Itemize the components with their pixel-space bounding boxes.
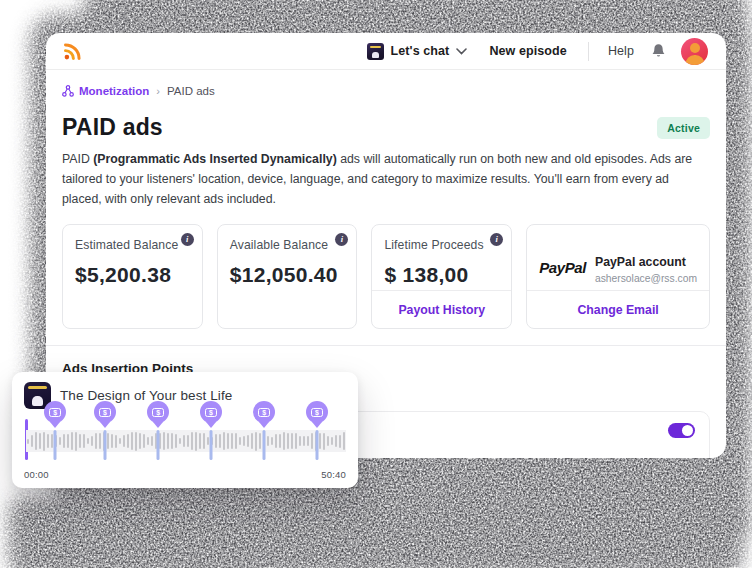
waveform-bar [179,438,181,445]
waveform-bar [243,436,245,447]
waveform-bar [335,435,337,447]
waveform-bar [83,434,85,448]
section-divider [46,345,726,346]
marker-stem [157,430,160,460]
waveform-bar [191,432,193,449]
navbar-divider [588,42,589,61]
waveform-bar [287,433,289,449]
waveform-bar [339,435,341,448]
waveform-bar [251,433,253,450]
info-icon[interactable]: i [335,233,348,246]
waveform-bar [75,432,77,451]
waveform-bar [63,434,65,448]
start-time-label: 00:00 [24,469,49,480]
waveform-bar [187,435,189,448]
waveform-bar [175,434,177,448]
waveform-bar [259,433,261,450]
waveform-bar [143,434,145,449]
ad-insertion-marker[interactable]: $ [44,401,66,423]
info-icon[interactable]: i [490,233,503,246]
waveform-bar [279,434,281,448]
card-footer: Change Email [527,290,709,328]
waveform-bar [123,435,125,448]
waveform-bar [239,437,241,445]
help-link[interactable]: Help [608,44,634,58]
waveform-bar [131,432,133,450]
pin-tail [50,422,60,428]
top-navbar: Let's chat New episode Help [46,33,726,70]
dollar-ad-glyph: $ [258,408,270,417]
episode-timeline: $$$$$$ 00:00 50:40 [12,372,358,488]
ad-pin-icon[interactable]: $ [253,401,275,423]
audio-waveform[interactable] [26,430,346,452]
available-balance-label: Available Balance [230,238,345,252]
ad-insertion-marker[interactable]: $ [200,401,222,423]
info-icon[interactable]: i [181,233,194,246]
paypal-logo: PayPal [539,259,586,276]
ad-insertion-marker[interactable]: $ [147,401,169,423]
waveform-bar [323,433,325,450]
waveform-bar [71,432,73,450]
waveform-bar [171,433,173,449]
waveform-bar [319,433,321,450]
ad-pin-icon[interactable]: $ [94,401,116,423]
new-episode-button[interactable]: New episode [489,44,567,58]
ad-insertion-marker[interactable]: $ [94,401,116,423]
rss-logo-icon[interactable] [62,41,83,62]
waveform-bar [163,432,165,451]
ad-pin-icon[interactable]: $ [200,401,222,423]
ad-pin-icon[interactable]: $ [306,401,328,423]
waveform-bar [299,436,301,445]
podcast-switcher[interactable]: Let's chat [391,44,450,58]
waveform-bar [167,433,169,449]
waveform-bar [203,433,205,448]
chevron-down-icon[interactable] [456,48,467,55]
monetization-icon [62,85,74,97]
podcast-cover-thumbnail [367,43,384,60]
payout-history-link[interactable]: Payout History [398,303,485,317]
dollar-ad-glyph: $ [205,408,217,417]
dollar-ad-glyph: $ [311,408,323,417]
waveform-bar [43,432,45,451]
waveform-bar [271,437,273,444]
change-email-link[interactable]: Change Email [577,303,658,317]
pin-tail [259,422,269,428]
waveform-bar [223,432,225,451]
user-avatar[interactable] [681,38,708,65]
toggle-knob [682,425,693,436]
waveform-bar [227,433,229,449]
waveform-bar [139,433,141,449]
waveform-bar [219,434,221,449]
waveform-bar [275,434,277,447]
ads-enabled-toggle[interactable] [668,423,695,438]
page-description: PAID (Programmatic Ads Inserted Dynamica… [62,150,710,210]
marker-stem [54,430,57,460]
title-row: PAID ads Active [62,114,710,141]
waveform-bar [95,433,97,449]
waveform-bar [27,439,29,444]
ad-insertion-marker[interactable]: $ [253,401,275,423]
marker-stem [104,430,107,460]
end-time-label: 50:40 [321,469,346,480]
ad-pin-icon[interactable]: $ [44,401,66,423]
pin-tail [100,422,110,428]
pin-tail [153,422,163,428]
waveform-bar [291,433,293,450]
notifications-bell-icon[interactable] [651,43,666,59]
waveform-bar [231,433,233,449]
breadcrumb-current: PAID ads [167,85,215,97]
waveform-bar [135,432,137,451]
waveform-bar [247,435,249,447]
pin-tail [206,422,216,428]
waveform-bar [119,438,121,445]
breadcrumb-monetization[interactable]: Monetization [79,85,149,97]
ad-insertion-marker[interactable]: $ [306,401,328,423]
waveform-bar [115,435,117,448]
waveform-bar [235,433,237,448]
waveform-bar [59,437,61,445]
waveform-bar [215,434,217,448]
lifetime-proceeds-amount: $ 138,00 [384,263,499,287]
estimated-balance-card: Estimated Balance i $5,200.38 [62,224,203,329]
page-title: PAID ads [62,114,163,141]
ad-pin-icon[interactable]: $ [147,401,169,423]
